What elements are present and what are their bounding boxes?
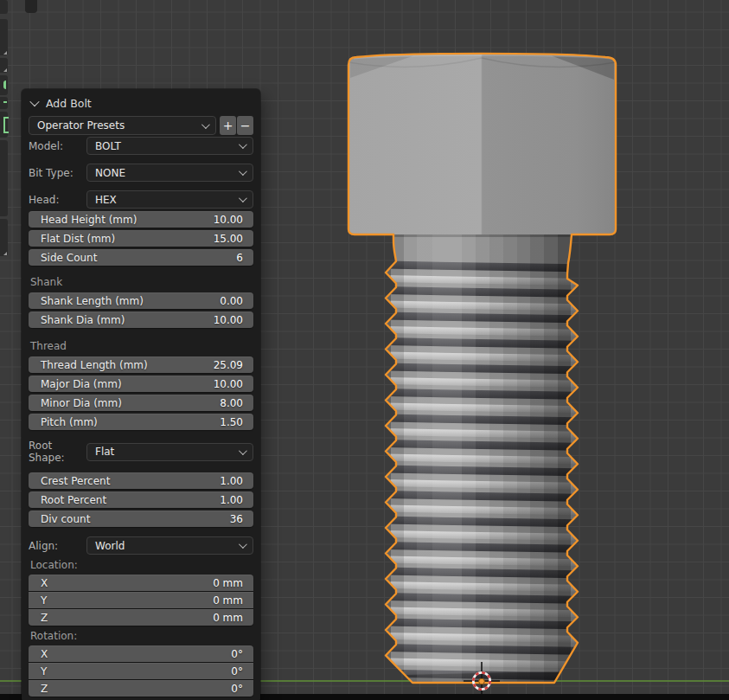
shank-length-slider[interactable]: Shank Length (mm) 0.00 (29, 292, 253, 309)
tool-button[interactable] (0, 75, 8, 95)
tool-expand-icon (3, 51, 7, 55)
head-center-edge (482, 55, 483, 234)
viewport-toolbar (0, 0, 8, 268)
chevron-down-icon (239, 167, 247, 176)
align-label: Align: (29, 540, 86, 552)
chevron-down-icon (239, 194, 247, 202)
add-bolt-panel: Add Bolt Operator Presets + − Model: BOL… (22, 89, 260, 700)
object-origin-dot (479, 678, 485, 684)
tool-button[interactable] (0, 140, 8, 216)
3d-viewport[interactable]: Add Bolt Operator Presets + − Model: BOL… (0, 0, 729, 700)
tool-button[interactable] (0, 58, 8, 73)
chevron-down-icon (239, 540, 247, 549)
head-row: Head: HEX (29, 190, 253, 209)
location-x-field[interactable]: X 0 mm (29, 575, 253, 591)
bolt-object[interactable] (349, 54, 616, 683)
minor-dia-slider[interactable]: Minor Dia (mm) 8.00 (29, 395, 253, 411)
location-group: X 0 mm Y 0 mm Z 0 mm (29, 575, 253, 626)
head-height-slider[interactable]: Head Height (mm) 10.00 (29, 211, 253, 228)
rotation-group: X 0° Y 0° Z 0° (29, 645, 253, 697)
rotation-y-field[interactable]: Y 0° (29, 663, 253, 679)
shank-section-label: Shank (29, 276, 253, 288)
head-label: Head: (29, 194, 86, 206)
bit-type-dropdown[interactable]: NONE (86, 164, 253, 182)
pitch-slider[interactable]: Pitch (mm) 1.50 (29, 414, 253, 430)
rotation-section-label: Rotation: (29, 630, 253, 642)
model-row: Model: BOLT (29, 137, 253, 155)
measure-tool-icon (3, 101, 7, 103)
align-dropdown[interactable]: World (86, 536, 253, 555)
operator-presets-row: Operator Presets + − (29, 116, 253, 135)
thread-section-label: Thread (29, 340, 253, 352)
root-shape-dropdown[interactable]: Flat (86, 443, 253, 461)
tool-expand-icon (3, 252, 7, 255)
crest-percent-slider[interactable]: Crest Percent 1.00 (29, 472, 253, 489)
tool-button[interactable] (0, 19, 8, 55)
panel-header[interactable]: Add Bolt (29, 94, 253, 112)
header-button-fragment (25, 0, 37, 13)
chevron-down-icon (239, 140, 247, 149)
rotation-x-field[interactable]: X 0° (29, 645, 253, 662)
chevron-down-icon (239, 446, 247, 455)
tool-button[interactable] (0, 0, 8, 14)
flat-dist-slider[interactable]: Flat Dist (mm) 15.00 (29, 230, 253, 247)
add-preset-button[interactable]: + (220, 116, 236, 135)
bolt-body (380, 234, 585, 683)
root-shape-label: Root Shape: (29, 440, 86, 464)
bit-type-row: Bit Type: NONE (29, 164, 253, 182)
remove-preset-button[interactable]: − (237, 116, 253, 135)
root-percent-slider[interactable]: Root Percent 1.00 (29, 491, 253, 508)
side-count-slider[interactable]: Side Count 6 (29, 249, 253, 266)
add-primitive-tool-icon (3, 117, 9, 133)
annotate-tool-icon (3, 80, 6, 89)
operator-presets-dropdown[interactable]: Operator Presets (29, 116, 216, 135)
shank-dia-slider[interactable]: Shank Dia (mm) 10.00 (29, 311, 253, 328)
root-shape-row: Root Shape: Flat (29, 440, 253, 464)
model-label: Model: (29, 140, 86, 152)
thread-length-slider[interactable]: Thread Length (mm) 25.09 (29, 356, 253, 373)
collapse-chevron-icon[interactable] (29, 97, 39, 106)
head-dropdown[interactable]: HEX (86, 190, 253, 209)
div-count-slider[interactable]: Div count 36 (29, 511, 253, 527)
tool-button[interactable] (0, 112, 8, 138)
location-z-field[interactable]: Z 0 mm (29, 609, 253, 626)
tool-expand-icon (3, 68, 7, 72)
rotation-z-field[interactable]: Z 0° (29, 680, 253, 697)
location-section-label: Location: (29, 559, 253, 571)
panel-title: Add Bolt (46, 97, 92, 110)
major-dia-slider[interactable]: Major Dia (mm) 10.00 (29, 376, 253, 392)
chevron-down-icon (201, 120, 210, 129)
tool-button[interactable] (0, 219, 8, 256)
location-y-field[interactable]: Y 0 mm (29, 592, 253, 608)
tool-button[interactable] (0, 97, 8, 109)
align-row: Align: World (29, 536, 253, 555)
model-dropdown[interactable]: BOLT (86, 137, 253, 155)
bit-type-label: Bit Type: (29, 167, 86, 179)
